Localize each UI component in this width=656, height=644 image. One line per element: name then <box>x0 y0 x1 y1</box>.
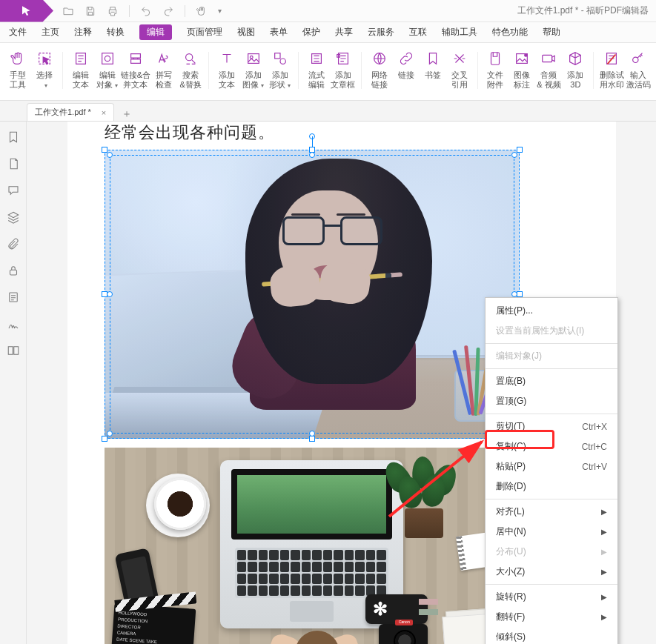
ribbon-media[interactable]: 音频 & 视频 <box>535 49 562 90</box>
crop-handle[interactable] <box>107 291 113 297</box>
ribbon-attach[interactable]: 文件 附件 <box>482 49 508 90</box>
weblink-icon <box>371 50 388 67</box>
menu-互联[interactable]: 互联 <box>409 26 427 39</box>
resize-handle[interactable] <box>517 147 523 153</box>
menu-文件[interactable]: 文件 <box>9 26 27 39</box>
crop-handle[interactable] <box>107 152 113 158</box>
ribbon-hand[interactable]: 手型 工具 <box>4 49 31 90</box>
resize-handle[interactable] <box>309 436 315 442</box>
ribbon-key[interactable]: 输入 激活码 <box>625 49 652 90</box>
crop-handle[interactable] <box>511 152 517 158</box>
redo-icon[interactable] <box>162 5 174 17</box>
link-icon <box>398 50 414 67</box>
ctx-R[interactable]: 旋转(R)▶ <box>486 587 617 607</box>
article-icon <box>335 50 351 67</box>
submenu-arrow-icon: ▶ <box>601 613 607 621</box>
menu-辅助工具[interactable]: 辅助工具 <box>442 26 477 39</box>
ctx-D[interactable]: 删除(D) <box>486 477 617 497</box>
menu-注释[interactable]: 注释 <box>74 26 92 39</box>
form-icon[interactable] <box>7 291 20 304</box>
menu-视图[interactable]: 视图 <box>237 26 255 39</box>
ctx-B[interactable]: 置底(B) <box>486 371 617 391</box>
pointer-icon <box>20 4 33 18</box>
tab-label: 工作文件1.pdf * <box>35 107 91 118</box>
menu-页面管理[interactable]: 页面管理 <box>187 26 222 39</box>
ctx-Z[interactable]: 大小(Z)▶ <box>486 562 617 582</box>
ribbon-spell[interactable]: 拼写 检查 <box>150 49 177 90</box>
ctx-F[interactable]: 翻转(F)▶ <box>486 607 617 627</box>
menu-表单[interactable]: 表单 <box>270 26 288 39</box>
open-icon[interactable] <box>62 5 74 17</box>
ctx-I: 设置当前属性为默认(I) <box>486 321 617 341</box>
ctx-G[interactable]: 置顶(G) <box>486 391 617 411</box>
ribbon-label: 文件 附件 <box>487 70 503 90</box>
hand-icon[interactable] <box>196 5 208 17</box>
ctx-L[interactable]: 对齐(L)▶ <box>486 502 617 522</box>
ctx-C[interactable]: 复制(C)Ctrl+C <box>486 436 617 457</box>
compare-icon[interactable] <box>7 344 20 357</box>
rotate-stem <box>312 136 313 147</box>
menu-转换[interactable]: 转换 <box>107 26 125 39</box>
ctx-S[interactable]: 倾斜(S) <box>486 627 617 644</box>
ribbon-link[interactable]: 链接 <box>393 49 420 80</box>
resize-handle[interactable] <box>517 291 523 297</box>
attachments-icon[interactable] <box>7 237 20 250</box>
ctx-P[interactable]: 属性(P)... <box>486 301 617 321</box>
comments-icon[interactable] <box>7 184 20 197</box>
ribbon-add-text[interactable]: 添加 文本 <box>213 49 240 90</box>
ribbon-add-image[interactable]: 添加 图像 ▾ <box>240 49 267 90</box>
submenu-arrow-icon: ▶ <box>601 508 607 516</box>
add-tab-button[interactable]: ＋ <box>122 107 132 121</box>
ribbon-edit-text[interactable]: 编辑 文本 <box>67 49 94 90</box>
ribbon-watermark[interactable]: 删除试 用水印 <box>598 49 625 90</box>
qat-dropdown-icon[interactable]: ▾ <box>218 7 222 15</box>
ctx-U: 分布(U)▶ <box>486 542 617 562</box>
crop-handle[interactable] <box>309 431 315 436</box>
menu-共享[interactable]: 共享 <box>335 26 353 39</box>
hand-icon <box>10 50 26 67</box>
crop-handle[interactable] <box>107 431 113 436</box>
ribbon-find[interactable]: 搜索 &替换 <box>177 49 204 90</box>
close-icon[interactable]: × <box>102 108 106 117</box>
ribbon-bookmark[interactable]: 书签 <box>420 49 446 80</box>
resize-handle[interactable] <box>102 147 107 153</box>
ribbon-xref[interactable]: 交叉 引用 <box>446 49 473 90</box>
ribbon-add-shape[interactable]: 添加 形状 ▾ <box>267 49 294 90</box>
crop-handle[interactable] <box>511 291 517 297</box>
print-icon[interactable] <box>107 5 119 17</box>
ctx-T[interactable]: 剪切(T)Ctrl+X <box>486 416 617 436</box>
menu-特色功能[interactable]: 特色功能 <box>492 26 528 39</box>
ribbon-link-merge[interactable]: 链接&合 并文本 <box>121 49 150 90</box>
find-icon <box>182 50 199 67</box>
security-icon[interactable] <box>7 264 20 277</box>
bookmark-icon[interactable] <box>7 130 20 144</box>
crop-handle[interactable] <box>309 152 315 158</box>
undo-icon[interactable] <box>140 5 152 17</box>
menu-主页[interactable]: 主页 <box>42 26 59 39</box>
ribbon-flow[interactable]: 流式 编辑 <box>303 49 330 90</box>
pages-icon[interactable] <box>7 157 20 170</box>
menu-编辑[interactable]: 编辑 <box>139 24 172 40</box>
app-pointer-tool[interactable] <box>0 0 53 22</box>
submenu-arrow-icon: ▶ <box>601 568 607 576</box>
ribbon-separator <box>298 52 299 89</box>
menu-保护[interactable]: 保护 <box>302 26 320 39</box>
svg-point-2 <box>105 56 110 61</box>
save-icon[interactable] <box>85 5 96 17</box>
ribbon-3d[interactable]: 添加 3D <box>562 49 589 90</box>
ribbon-article[interactable]: 添加 文章框 <box>330 49 357 90</box>
ribbon-weblink[interactable]: 网络 链接 <box>366 49 393 90</box>
resize-handle[interactable] <box>102 436 107 442</box>
layers-icon[interactable] <box>7 210 20 224</box>
ribbon-edit-obj[interactable]: 编辑 对象 ▾ <box>94 49 121 90</box>
ribbon-img-ann[interactable]: 图像 标注 <box>508 49 535 90</box>
ctx-P[interactable]: 粘贴(P)Ctrl+V <box>486 457 617 477</box>
menu-帮助[interactable]: 帮助 <box>543 26 560 39</box>
ribbon-select[interactable]: 选择 ▾ <box>31 49 58 90</box>
signature-icon[interactable] <box>7 317 20 331</box>
menu-separator <box>486 414 617 414</box>
ctx-N[interactable]: 居中(N)▶ <box>486 522 617 542</box>
menu-云服务[interactable]: 云服务 <box>368 26 394 39</box>
tab-document[interactable]: 工作文件1.pdf * × <box>27 103 114 121</box>
selected-image[interactable] <box>105 150 520 439</box>
